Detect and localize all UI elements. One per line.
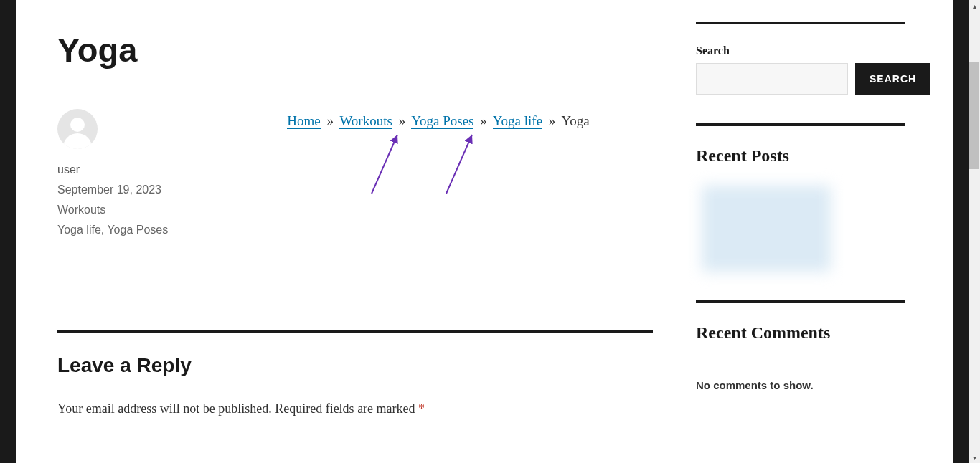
post-meta: user September 19, 2023 Workouts Yoga li…	[57, 109, 224, 244]
post-content: Home » Workouts » Yoga Poses » Yoga life…	[224, 109, 653, 244]
scroll-up-icon[interactable]: ▴	[969, 0, 980, 11]
post-date[interactable]: September 19, 2023	[57, 183, 224, 196]
page-viewport[interactable]: Yoga user September 19, 2023 Workouts Yo…	[0, 0, 969, 463]
breadcrumb-sep: »	[399, 113, 406, 128]
search-row: SEARCH	[696, 63, 905, 95]
section-divider	[57, 330, 653, 333]
page-title: Yoga	[57, 30, 653, 70]
required-asterisk: *	[418, 401, 425, 416]
search-label: Search	[696, 44, 905, 57]
search-widget: Search SEARCH	[696, 22, 905, 95]
scrollbar-track[interactable]	[969, 11, 980, 452]
reply-note: Your email address will not be published…	[57, 401, 653, 416]
avatar	[57, 109, 98, 149]
scrollbar[interactable]: ▴ ▾	[969, 0, 980, 463]
breadcrumb-yoga-life[interactable]: Yoga life	[493, 113, 542, 129]
search-input[interactable]	[696, 63, 848, 95]
recent-posts-title: Recent Posts	[696, 146, 905, 166]
breadcrumb: Home » Workouts » Yoga Poses » Yoga life…	[224, 109, 653, 129]
recent-posts-placeholder	[702, 186, 831, 272]
breadcrumb-yoga-poses[interactable]: Yoga Poses	[411, 113, 473, 129]
post-author[interactable]: user	[57, 163, 224, 176]
widget-divider	[696, 300, 905, 303]
recent-comments-widget: Recent Comments No comments to show.	[696, 300, 905, 391]
annotation-arrow-icon	[439, 129, 482, 201]
post-category[interactable]: Workouts	[57, 204, 224, 216]
search-button[interactable]: SEARCH	[855, 63, 930, 95]
recent-comments-title: Recent Comments	[696, 323, 905, 343]
sidebar: Search SEARCH Recent Posts Recent Commen…	[696, 22, 905, 463]
breadcrumb-workouts[interactable]: Workouts	[339, 113, 392, 129]
post-tags[interactable]: Yoga life, Yoga Poses	[57, 224, 224, 237]
breadcrumb-current: Yoga	[561, 113, 589, 128]
scrollbar-thumb[interactable]	[969, 62, 979, 169]
reply-note-a: Your email address will not be published…	[57, 401, 272, 416]
breadcrumb-sep: »	[480, 113, 487, 128]
main-column: Yoga user September 19, 2023 Workouts Yo…	[57, 22, 653, 463]
svg-line-0	[372, 135, 397, 194]
no-comments-text: No comments to show.	[696, 363, 905, 391]
breadcrumb-sep: »	[327, 113, 334, 128]
reply-note-b: Required fields are marked	[275, 401, 418, 416]
page-content: Yoga user September 19, 2023 Workouts Yo…	[16, 0, 953, 463]
widget-divider	[696, 22, 905, 24]
breadcrumb-sep: »	[549, 113, 556, 128]
recent-posts-widget: Recent Posts	[696, 123, 905, 272]
post-entry: user September 19, 2023 Workouts Yoga li…	[57, 109, 653, 244]
breadcrumb-home[interactable]: Home	[287, 113, 320, 129]
reply-title: Leave a Reply	[57, 354, 653, 377]
scroll-down-icon[interactable]: ▾	[969, 452, 980, 463]
widget-divider	[696, 123, 905, 126]
svg-line-1	[446, 135, 472, 194]
annotation-arrow-icon	[364, 129, 407, 201]
